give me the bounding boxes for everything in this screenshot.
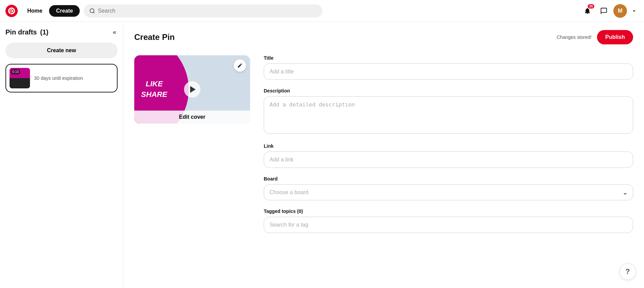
main-nav: Home Create bbox=[22, 5, 80, 17]
edit-pencil-button[interactable] bbox=[234, 59, 246, 72]
home-nav-button[interactable]: Home bbox=[22, 5, 48, 17]
search-bar[interactable] bbox=[84, 4, 322, 17]
draft-thumb-bottom bbox=[10, 78, 30, 88]
edit-cover-button[interactable]: Edit cover bbox=[134, 111, 250, 124]
main-header-right: Changes stored! Publish bbox=[556, 30, 633, 44]
draft-timer: 0:10 bbox=[11, 69, 20, 74]
pin-form: Title Description Link Board Choose a bo… bbox=[264, 55, 633, 241]
pinterest-logo[interactable] bbox=[5, 5, 18, 17]
pin-editor: LIKE SHARE Edit cover Title bbox=[134, 55, 633, 241]
create-new-button[interactable]: Create new bbox=[5, 43, 118, 58]
tagged-topics-group: Tagged topics (0) bbox=[264, 208, 633, 233]
title-input[interactable] bbox=[264, 63, 633, 80]
board-select-wrapper: Choose a board ⌄ bbox=[264, 184, 633, 200]
header-actions: 26 M bbox=[581, 4, 639, 18]
notification-badge: 26 bbox=[588, 4, 594, 9]
changes-stored-text: Changes stored! bbox=[556, 34, 592, 40]
sidebar-title: Pin drafts (1) bbox=[5, 28, 48, 36]
svg-line-1 bbox=[93, 12, 94, 13]
link-group: Link bbox=[264, 143, 633, 168]
main-content: Create Pin Changes stored! Publish LIKE … bbox=[123, 22, 644, 288]
draft-info: 30 days until expiration bbox=[34, 75, 113, 81]
user-avatar[interactable]: M bbox=[613, 4, 627, 18]
video-overlay-text: LIKE SHARE bbox=[141, 79, 167, 100]
account-menu-button[interactable] bbox=[630, 6, 639, 15]
description-group: Description bbox=[264, 88, 633, 135]
pencil-icon bbox=[237, 63, 243, 68]
app-header: Home Create 26 M bbox=[0, 0, 644, 22]
tag-search-input[interactable] bbox=[264, 217, 633, 233]
play-button[interactable] bbox=[184, 81, 200, 98]
create-nav-button[interactable]: Create bbox=[49, 5, 80, 17]
chat-icon bbox=[600, 7, 608, 15]
description-input[interactable] bbox=[264, 96, 633, 134]
sidebar-header: Pin drafts (1) « bbox=[5, 27, 118, 37]
board-group: Board Choose a board ⌄ bbox=[264, 176, 633, 200]
title-label: Title bbox=[264, 55, 633, 61]
board-select[interactable]: Choose a board bbox=[264, 184, 633, 200]
sidebar: Pin drafts (1) « Create new 0:10 30 days… bbox=[0, 22, 123, 288]
main-header: Create Pin Changes stored! Publish bbox=[134, 30, 633, 44]
search-input[interactable] bbox=[98, 8, 317, 14]
description-label: Description bbox=[264, 88, 633, 93]
messages-button[interactable] bbox=[597, 4, 611, 18]
page-title: Create Pin bbox=[134, 32, 175, 42]
draft-thumbnail: 0:10 bbox=[10, 68, 30, 88]
link-label: Link bbox=[264, 143, 633, 149]
title-group: Title bbox=[264, 55, 633, 80]
help-button[interactable]: ? bbox=[619, 263, 636, 280]
board-label: Board bbox=[264, 176, 633, 182]
draft-item[interactable]: 0:10 30 days until expiration bbox=[5, 64, 118, 92]
publish-button[interactable]: Publish bbox=[597, 30, 633, 44]
app-body: Pin drafts (1) « Create new 0:10 30 days… bbox=[0, 22, 644, 288]
sidebar-collapse-button[interactable]: « bbox=[111, 27, 118, 37]
draft-expiry-text: 30 days until expiration bbox=[34, 75, 83, 81]
svg-point-0 bbox=[90, 9, 94, 13]
notifications-button[interactable]: 26 bbox=[581, 4, 594, 18]
link-input[interactable] bbox=[264, 152, 633, 168]
search-icon bbox=[89, 8, 95, 14]
pinterest-logo-icon bbox=[8, 8, 15, 14]
chevron-down-icon bbox=[631, 8, 637, 14]
tagged-topics-label: Tagged topics (0) bbox=[264, 208, 633, 214]
video-container: LIKE SHARE Edit cover bbox=[134, 55, 250, 124]
media-preview: LIKE SHARE Edit cover bbox=[134, 55, 250, 124]
